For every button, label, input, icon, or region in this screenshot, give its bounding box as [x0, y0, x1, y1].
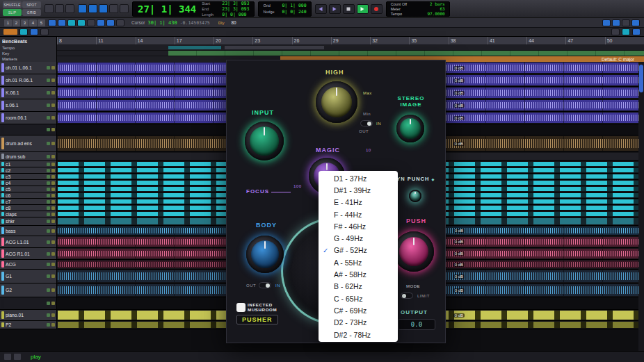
mute-button[interactable]: [51, 163, 55, 166]
mute-button[interactable]: [51, 142, 55, 145]
track-header[interactable]: ACG: [0, 260, 57, 269]
ruler-label[interactable]: Markers: [2, 56, 54, 62]
track-header[interactable]: c3: [0, 174, 57, 179]
solo-button[interactable]: [47, 240, 50, 244]
frequency-option[interactable]: C - 65Hz: [319, 293, 398, 304]
mute-button[interactable]: [51, 104, 55, 107]
track-header[interactable]: s.06.1: [0, 99, 57, 111]
track-name[interactable]: drum sub: [6, 154, 45, 159]
track-name[interactable]: c3: [6, 174, 45, 179]
track-name[interactable]: shkr: [6, 219, 45, 224]
post-roll-button[interactable]: [622, 19, 630, 26]
pencil-tool-button[interactable]: [120, 4, 129, 13]
high-knob[interactable]: [316, 81, 357, 123]
track-header[interactable]: ACG R1.01: [0, 248, 57, 259]
edit-group-button[interactable]: [30, 28, 38, 35]
solo-button[interactable]: [47, 66, 50, 69]
frequency-option[interactable]: D#2 - 78Hz: [319, 329, 398, 340]
track-header[interactable]: [0, 297, 57, 309]
audio-zoom-button[interactable]: [67, 19, 76, 26]
frequency-option[interactable]: B - 62Hz: [319, 281, 398, 293]
play-button[interactable]: [357, 4, 369, 14]
track-header[interactable]: c8: [0, 205, 57, 211]
solo-button[interactable]: [47, 229, 50, 233]
solo-button[interactable]: [47, 104, 50, 107]
track-name[interactable]: c5: [6, 187, 45, 192]
track-header[interactable]: c2: [0, 167, 57, 173]
session-setting-value[interactable]: 97.0000: [427, 11, 444, 16]
fast-forward-button[interactable]: [329, 4, 341, 14]
zoom-preset-button[interactable]: 2: [13, 19, 20, 26]
track-header[interactable]: c5: [0, 186, 57, 192]
track-name[interactable]: s.06.1: [6, 103, 45, 108]
key-ruler[interactable]: [57, 51, 644, 56]
mute-button[interactable]: [51, 79, 55, 82]
mute-button[interactable]: [51, 169, 55, 172]
edit-mode-button[interactable]: GRID: [22, 9, 41, 16]
mute-button[interactable]: [51, 194, 55, 197]
grabber-tool-button[interactable]: [99, 4, 108, 13]
solo-button[interactable]: [47, 142, 50, 145]
track-header[interactable]: claps: [0, 211, 57, 217]
frequency-option[interactable]: F - 44Hz: [319, 208, 398, 220]
track-header[interactable]: room.06.1: [0, 112, 57, 124]
track-header[interactable]: K.06.1: [0, 87, 57, 99]
selection-value[interactable]: 23| 3| 093: [222, 1, 249, 6]
mute-button[interactable]: [51, 288, 55, 292]
selection-value[interactable]: 0| 0| 000: [222, 12, 246, 17]
frequency-option[interactable]: A - 55Hz: [319, 256, 398, 268]
selector-tool-button[interactable]: [88, 4, 97, 13]
output-value[interactable]: 0.0: [398, 319, 435, 330]
track-header[interactable]: ACG L1.01: [0, 236, 57, 247]
track-header[interactable]: oh.01 L.06.1: [0, 62, 57, 74]
solo-button[interactable]: [47, 313, 50, 317]
zoomer-tool-button[interactable]: [65, 4, 74, 13]
solo-button[interactable]: [47, 79, 50, 82]
grid-nudge-value[interactable]: 0| 0| 240: [282, 9, 306, 15]
mute-button[interactable]: [51, 66, 55, 69]
track-name[interactable]: c1: [6, 162, 45, 167]
ruler-label[interactable]: Tempo: [2, 45, 54, 51]
track-header[interactable]: G1: [0, 270, 57, 283]
mute-button[interactable]: [51, 175, 55, 179]
midi-zoom-button[interactable]: [77, 19, 86, 26]
high-in-out-toggle[interactable]: [360, 120, 373, 126]
grid-nudge-value[interactable]: 0| 1| 000: [282, 3, 306, 8]
track-header[interactable]: P2: [0, 321, 57, 329]
zoom-in-button[interactable]: [55, 4, 64, 13]
trim-tool-button[interactable]: [78, 4, 87, 13]
edit-mode-button[interactable]: SLIP: [3, 9, 22, 16]
zoom-preset-button[interactable]: 3: [21, 19, 29, 26]
solo-button[interactable]: [47, 155, 50, 158]
session-setup-button[interactable]: [632, 28, 641, 35]
mix-window-button[interactable]: [622, 28, 630, 35]
solo-button[interactable]: [47, 302, 50, 305]
selection-value[interactable]: 23| 3| 093: [222, 6, 249, 12]
solo-button[interactable]: [47, 213, 50, 216]
mute-button[interactable]: [51, 240, 55, 244]
track-name[interactable]: bass: [6, 229, 45, 233]
main-counter[interactable]: 27| 1| 344: [138, 3, 196, 15]
online-button[interactable]: [631, 19, 640, 26]
track-header[interactable]: drum ad ens: [0, 135, 57, 151]
frequency-option[interactable]: G# - 52Hz: [319, 245, 398, 256]
zoom-preset-button[interactable]: 5: [38, 19, 45, 26]
mute-button[interactable]: [51, 181, 55, 185]
solo-button[interactable]: [47, 263, 50, 266]
zoom-vertical-button[interactable]: [58, 19, 66, 26]
input-knob[interactable]: [245, 122, 284, 161]
track-header[interactable]: G2: [0, 283, 57, 297]
track-header[interactable]: shkr: [0, 217, 57, 225]
frequency-option[interactable]: F# - 46Hz: [319, 220, 398, 232]
push-knob[interactable]: [394, 231, 434, 272]
track-header[interactable]: oh.01 R.06.1: [0, 74, 57, 86]
solo-button[interactable]: [47, 175, 50, 179]
track-header[interactable]: c7: [0, 199, 57, 204]
vertical-scrollbar-thumb[interactable]: [639, 65, 643, 92]
mute-button[interactable]: [51, 263, 55, 266]
solo-button[interactable]: [47, 181, 50, 185]
zoom-horizontal-button[interactable]: [48, 19, 56, 26]
solo-button[interactable]: [47, 128, 50, 131]
record-button[interactable]: [371, 4, 383, 14]
tempo-ruler[interactable]: [57, 45, 644, 51]
